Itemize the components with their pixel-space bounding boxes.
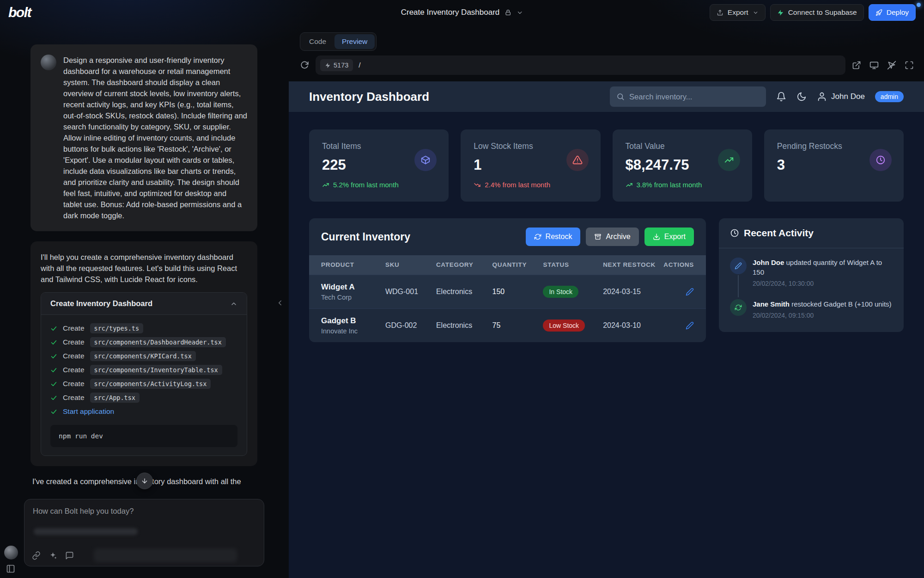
refresh-icon xyxy=(534,233,541,240)
preview-address-row: 5173 / xyxy=(289,51,924,81)
export-table-label: Export xyxy=(664,233,686,241)
trending-up-icon xyxy=(322,181,329,189)
product-cell: Gadget B Innovate Inc xyxy=(321,316,385,335)
dashboard-panels: Current Inventory Restock xyxy=(309,218,904,342)
sidebar-toggle-icon[interactable] xyxy=(6,564,15,573)
kpi-label: Pending Restocks xyxy=(777,141,891,151)
column-header: STATUS xyxy=(543,261,603,269)
attach-link-icon[interactable] xyxy=(32,551,41,560)
table-header-row: PRODUCT SKU CATEGORY QUANTITY STATUS NEX… xyxy=(309,255,706,275)
redacted-text xyxy=(34,528,138,535)
column-header: QUANTITY xyxy=(492,261,543,269)
step-action: Create xyxy=(63,352,85,360)
url-path: / xyxy=(359,61,360,69)
package-icon xyxy=(414,149,437,171)
dashboard-content: Total Items 225 5.2% from last month xyxy=(289,112,924,578)
lock-icon xyxy=(504,9,511,16)
quantity-cell[interactable]: 75 xyxy=(492,321,543,330)
kpi-pending-restocks: Pending Restocks 3 xyxy=(764,129,904,202)
check-icon xyxy=(50,339,57,346)
chat-input-card[interactable] xyxy=(24,499,264,566)
inspector-off-icon[interactable] xyxy=(887,61,896,70)
download-icon xyxy=(653,233,660,240)
build-step: Create src/components/ActivityLog.tsx xyxy=(50,377,237,391)
tab-preview[interactable]: Preview xyxy=(334,34,375,49)
open-external-icon[interactable] xyxy=(852,61,861,70)
step-file[interactable]: src/components/DashboardHeader.tsx xyxy=(90,337,226,347)
activity-text: Jane Smith restocked Gadget B (+100 unit… xyxy=(753,299,892,309)
export-table-button[interactable]: Export xyxy=(644,228,694,246)
dark-mode-toggle-icon[interactable] xyxy=(796,92,807,102)
product-cell: Widget A Tech Corp xyxy=(321,283,385,301)
app-preview: Inventory Dashboard xyxy=(289,81,924,578)
reload-preview-button[interactable] xyxy=(300,61,309,70)
kpi-label: Total Value xyxy=(626,141,739,151)
column-header: PRODUCT xyxy=(321,261,385,269)
connect-supabase-button[interactable]: Connect to Supabase xyxy=(770,4,864,21)
preview-address-bar[interactable]: 5173 / xyxy=(316,55,845,75)
quantity-cell[interactable]: 150 xyxy=(492,288,543,296)
step-action: Create xyxy=(63,324,85,332)
chevron-down-icon xyxy=(753,10,759,16)
export-button[interactable]: Export xyxy=(710,4,766,21)
device-toggle-icon[interactable] xyxy=(869,61,879,70)
check-icon xyxy=(50,394,57,401)
project-title: Create Inventory Dashboard xyxy=(401,8,500,17)
bolt-logo[interactable]: bolt xyxy=(8,5,31,20)
assistant-intro-text: I'll help you create a comprehensive inv… xyxy=(41,252,247,285)
activity-detail: restocked Gadget B (+100 units) xyxy=(791,300,891,308)
build-step-start: Start application xyxy=(50,405,237,418)
column-header: ACTIONS xyxy=(662,261,694,269)
activity-item: Jane Smith restocked Gadget B (+100 unit… xyxy=(730,299,893,327)
step-file[interactable]: src/App.tsx xyxy=(90,393,140,403)
chat-input[interactable] xyxy=(33,507,255,526)
build-steps: Create src/types.ts Create src/component… xyxy=(41,315,247,421)
chevron-down-icon xyxy=(516,9,523,16)
upload-icon xyxy=(717,9,723,16)
step-file[interactable]: src/components/ActivityLog.tsx xyxy=(90,379,211,389)
preview-tools xyxy=(852,61,914,70)
clock-icon xyxy=(869,149,892,171)
check-icon xyxy=(50,325,57,332)
build-step: Create src/components/KPICard.tsx xyxy=(50,349,237,363)
chat-input-toolbar xyxy=(32,551,74,560)
bulk-actions: Restock Archive xyxy=(526,228,694,246)
role-badge: admin xyxy=(875,91,904,102)
edit-icon[interactable] xyxy=(686,321,694,330)
edit-icon[interactable] xyxy=(686,288,694,296)
kpi-total-items: Total Items 225 5.2% from last month xyxy=(309,129,449,202)
status-cell: Low Stock xyxy=(543,320,603,332)
notifications-bell-icon[interactable] xyxy=(776,92,786,102)
status-cell: In Stock xyxy=(543,286,603,298)
profile-avatar[interactable] xyxy=(4,546,18,560)
restock-label: Restock xyxy=(546,233,572,241)
build-step: Create src/types.ts xyxy=(50,321,237,335)
activity-actor: Jane Smith xyxy=(753,300,790,308)
table-row: Gadget B Innovate Inc GDG-002 Electronic… xyxy=(309,308,706,342)
collapse-chat-button[interactable] xyxy=(276,299,284,307)
step-file[interactable]: src/types.ts xyxy=(90,323,144,333)
archive-button[interactable]: Archive xyxy=(586,228,638,246)
deploy-button[interactable]: Deploy xyxy=(869,4,916,21)
kpi-row: Total Items 225 5.2% from last month xyxy=(309,129,904,202)
fullscreen-icon[interactable] xyxy=(905,61,914,70)
restock-button[interactable]: Restock xyxy=(526,228,581,246)
artifact-header[interactable]: Create Inventory Dashboard xyxy=(41,293,247,315)
category-cell: Electronics xyxy=(436,321,492,330)
tab-code[interactable]: Code xyxy=(302,34,334,49)
search-input[interactable] xyxy=(629,92,760,101)
enhance-prompt-icon[interactable] xyxy=(49,551,57,560)
step-file[interactable]: src/components/KPICard.tsx xyxy=(90,351,196,361)
step-file[interactable]: src/components/InventoryTable.tsx xyxy=(90,365,222,375)
chevron-up-icon[interactable] xyxy=(230,300,237,307)
deploy-label: Deploy xyxy=(887,8,909,17)
user-menu[interactable]: John Doe xyxy=(817,92,865,102)
start-application-link[interactable]: Start application xyxy=(63,407,114,416)
inventory-search[interactable] xyxy=(610,86,766,107)
top-bar: bolt Create Inventory Dashboard Export C… xyxy=(0,0,924,25)
user-icon xyxy=(817,92,827,102)
timeline-connector xyxy=(738,275,739,297)
scroll-to-bottom-button[interactable] xyxy=(136,473,153,489)
project-title-menu[interactable]: Create Inventory Dashboard xyxy=(401,8,523,17)
chat-mode-icon[interactable] xyxy=(65,551,74,560)
